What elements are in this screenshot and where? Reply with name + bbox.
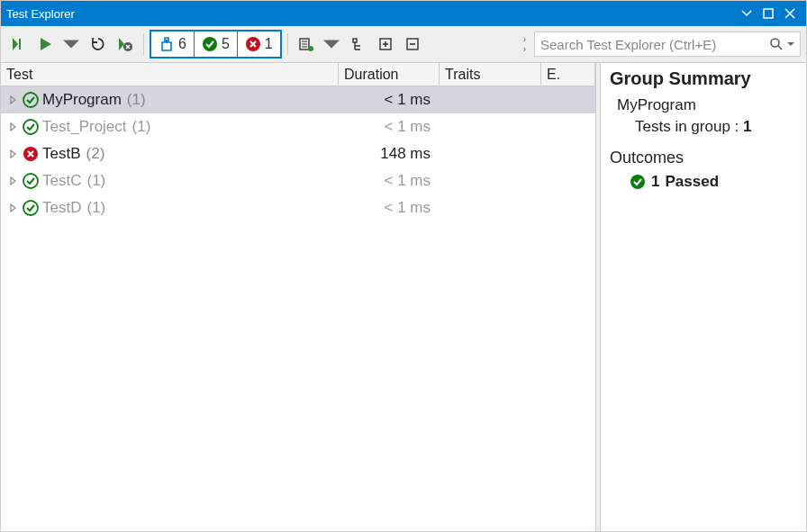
search-input[interactable] (540, 37, 766, 52)
test-rows: MyProgram(1)< 1 msTest_Project(1)< 1 msT… (1, 86, 595, 531)
summary-outcomes-label: Outcomes (610, 149, 797, 167)
test-duration: 148 ms (380, 145, 431, 162)
run-dropdown[interactable] (59, 32, 84, 57)
svg-point-11 (771, 39, 779, 47)
expander-icon[interactable] (8, 122, 19, 131)
pass-icon (23, 173, 39, 189)
close-button[interactable] (779, 4, 801, 23)
search-icon[interactable] (769, 37, 784, 51)
test-row[interactable]: TestC(1)< 1 ms (1, 167, 595, 194)
col-header-traits[interactable]: Traits (440, 63, 541, 86)
toolbar-separator (143, 33, 144, 55)
test-duration: < 1 ms (385, 172, 431, 189)
pass-icon (23, 119, 39, 135)
test-count: (2) (86, 145, 105, 163)
svg-point-16 (23, 201, 38, 215)
test-name: Test_Project (42, 118, 127, 136)
search-box[interactable] (534, 32, 801, 57)
svg-point-4 (203, 37, 217, 51)
expander-icon[interactable] (8, 149, 19, 158)
test-name: MyProgram (42, 91, 122, 109)
expander-icon[interactable] (8, 95, 19, 104)
test-row[interactable]: MyProgram(1)< 1 ms (1, 86, 595, 113)
svg-point-13 (23, 120, 38, 134)
toolbar-overflow-icon[interactable]: ›› (523, 34, 527, 54)
test-row[interactable]: TestD(1)< 1 ms (1, 194, 595, 221)
test-duration: < 1 ms (385, 91, 431, 108)
col-header-duration[interactable]: Duration (339, 63, 440, 86)
test-name: TestB (42, 145, 81, 163)
test-count: (1) (86, 172, 105, 190)
svg-rect-1 (19, 39, 21, 50)
pass-icon (23, 92, 39, 108)
test-count: (1) (86, 199, 105, 217)
collapse-all-button[interactable] (400, 32, 425, 57)
expander-icon[interactable] (8, 203, 19, 212)
test-count: (1) (132, 118, 151, 136)
summary-test-count: Tests in group : 1 (635, 118, 797, 136)
svg-point-7 (308, 46, 313, 51)
group-by-button[interactable] (346, 32, 371, 57)
window-title: Test Explorer (6, 7, 736, 21)
playlist-dropdown[interactable] (319, 32, 344, 57)
fail-icon (23, 146, 39, 162)
run-all-button[interactable] (6, 32, 32, 57)
test-count: (1) (127, 91, 146, 109)
svg-point-15 (23, 174, 38, 188)
summary-panel: Group Summary MyProgram Tests in group :… (601, 63, 806, 531)
expander-icon[interactable] (8, 176, 19, 185)
repeat-last-run-button[interactable] (86, 32, 111, 57)
filter-total-count: 6 (178, 36, 186, 52)
col-header-e[interactable]: E. (541, 63, 595, 86)
col-header-test[interactable]: Test (1, 63, 339, 86)
check-icon (630, 174, 646, 190)
toolbar-separator (287, 33, 288, 55)
pass-icon (23, 200, 39, 216)
expand-all-button[interactable] (373, 32, 398, 57)
svg-point-12 (23, 93, 38, 107)
maximize-button[interactable] (757, 4, 779, 23)
svg-rect-0 (764, 9, 773, 18)
summary-outcome-row: 1 Passed (630, 173, 797, 191)
test-duration: < 1 ms (385, 118, 431, 135)
test-duration: < 1 ms (385, 199, 431, 216)
window-dropdown-button[interactable] (736, 4, 757, 23)
run-button[interactable] (33, 32, 59, 57)
svg-rect-8 (353, 39, 357, 42)
svg-rect-3 (166, 40, 168, 43)
toolbar: 6 5 1 ›› (1, 26, 806, 63)
filter-passed-count: 5 (222, 36, 230, 52)
filter-group: 6 5 1 (150, 30, 282, 59)
run-failed-button[interactable] (113, 32, 138, 57)
summary-group-name: MyProgram (617, 96, 797, 114)
column-headers: Test Duration Traits E. (1, 63, 595, 86)
search-dropdown[interactable] (787, 41, 794, 48)
filter-failed-count: 1 (265, 36, 273, 52)
test-name: TestC (42, 172, 81, 190)
svg-point-17 (630, 175, 645, 189)
window-titlebar: Test Explorer (1, 1, 806, 26)
filter-total-button[interactable]: 6 (151, 32, 195, 57)
filter-failed-button[interactable]: 1 (238, 32, 280, 57)
test-row[interactable]: TestB(2)148 ms (1, 140, 595, 167)
test-row[interactable]: Test_Project(1)< 1 ms (1, 113, 595, 140)
playlist-button[interactable] (294, 32, 319, 57)
filter-passed-button[interactable]: 5 (195, 32, 238, 57)
summary-title: Group Summary (610, 68, 797, 89)
test-name: TestD (42, 199, 81, 217)
